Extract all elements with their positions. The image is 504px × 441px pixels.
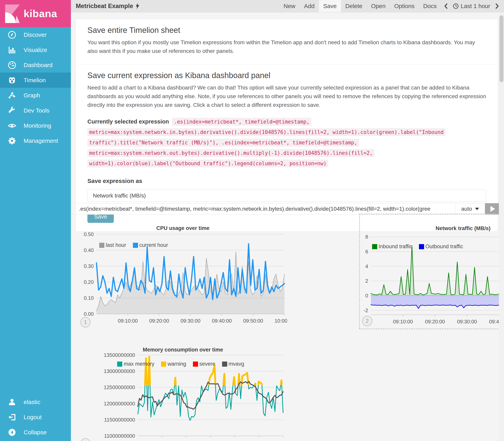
svg-text:09:30:00: 09:30:00 [181, 318, 201, 324]
run-expression-button[interactable] [485, 203, 501, 215]
sidebar-item-label: Visualize [24, 47, 47, 53]
sidebar-item-label: Dev Tools [24, 107, 50, 114]
svg-text:13500000000: 13500000000 [104, 352, 135, 358]
graph-icon [7, 91, 17, 100]
sidebar-item-visualize[interactable]: Visualize [0, 42, 71, 57]
svg-text:09:30:00: 09:30:00 [457, 319, 477, 325]
wrench-icon [7, 106, 17, 115]
legend-label: Outbound traffic [425, 244, 463, 250]
selected-chart-outline: Network traffic (MB/s) -20246809:10:0009… [359, 214, 504, 329]
legend-label: last hour [106, 242, 126, 248]
scrollbar-thumb[interactable] [500, 15, 504, 82]
topbar-menu: New Add Save Delete Open Options Docs La… [279, 0, 504, 12]
sidebar-nav: Discover Visualize Dashboard Timelion [0, 27, 71, 148]
menu-open-button[interactable]: Open [367, 0, 390, 12]
kibana-logo-icon [3, 3, 21, 24]
sidebar-item-monitoring[interactable]: Monitoring [0, 118, 71, 133]
sidebar-item-timelion[interactable]: Timelion [0, 73, 71, 88]
network-traffic-chart[interactable]: Network traffic (MB/s) -20246809:10:0009… [360, 214, 504, 329]
svg-text:09:30:00: 09:30:00 [201, 440, 220, 441]
timelion-owl-icon [7, 76, 17, 85]
sidebar-item-label: Graph [24, 92, 40, 99]
legend-item: severe [193, 361, 215, 367]
logout-icon [7, 413, 17, 422]
legend-label: current hour [139, 242, 168, 248]
time-picker-button[interactable]: Last 1 hour [451, 0, 492, 12]
sidebar-item-label: elastic [24, 399, 40, 405]
save-as-label: Save expression as [87, 178, 486, 184]
chart-number-badge: 2 [362, 316, 372, 326]
gear-icon [7, 136, 17, 145]
svg-text:12500000000: 12500000000 [104, 384, 135, 390]
save-panel: Save entire Timelion sheet You want this… [75, 19, 498, 232]
save-expression-heading: Save current expression as Kibana dashbo… [87, 71, 486, 80]
menu-add-button[interactable]: Add [300, 0, 319, 12]
save-expression-description: Need to add a chart to a Kibana dashboar… [87, 83, 486, 109]
legend-swatch [372, 244, 377, 249]
legend-label: mvavg [229, 361, 244, 367]
legend-label: warning [168, 361, 186, 367]
menu-docs-button[interactable]: Docs [419, 0, 441, 12]
svg-text:6: 6 [365, 249, 368, 254]
collapse-icon [7, 428, 17, 437]
svg-text:09:20:00: 09:20:00 [176, 440, 196, 441]
chevron-down-icon [475, 208, 479, 210]
svg-text:12000000000: 12000000000 [104, 401, 135, 407]
legend-label: max memory [124, 361, 154, 367]
svg-text:09:10:00: 09:10:00 [393, 319, 413, 325]
sidebar-item-management[interactable]: Management [0, 133, 71, 148]
save-sheet-description: You want this option if you mostly use T… [87, 38, 486, 55]
sidebar-item-label: Management [24, 138, 58, 144]
svg-text:0.30: 0.30 [84, 263, 94, 269]
save-as-input[interactable] [87, 189, 486, 202]
chart-legend: last hourcurrent hour [99, 242, 168, 248]
sidebar-item-graph[interactable]: Graph [0, 88, 71, 103]
legend-swatch [419, 244, 424, 249]
play-icon [490, 206, 495, 212]
expression-input[interactable]: .es(index=metricbeat*, timefield=@timest… [76, 203, 455, 214]
sidebar-item-label: Dashboard [24, 62, 52, 68]
sidebar-item-dev-tools[interactable]: Dev Tools [0, 103, 71, 118]
sidebar-item-logout[interactable]: Logout [0, 410, 71, 425]
sidebar-item-discover[interactable]: Discover [0, 27, 71, 42]
svg-text:0.20: 0.20 [84, 279, 94, 285]
legend-swatch [161, 362, 166, 367]
menu-delete-button[interactable]: Delete [341, 0, 367, 12]
svg-text:09:10:00: 09:10:00 [152, 440, 172, 441]
kibana-logo[interactable]: kibana [0, 0, 71, 27]
time-back-button[interactable] [441, 0, 451, 12]
time-forward-button[interactable] [492, 0, 502, 12]
svg-text:09:40:00: 09:40:00 [212, 318, 232, 324]
save-sheet-section: Save entire Timelion sheet You want this… [76, 19, 498, 64]
svg-text:11000000000: 11000000000 [104, 433, 135, 439]
sidebar-item-label: Logout [24, 414, 42, 421]
charts-area: CPU usage over time 0.000.100.200.300.40… [75, 214, 504, 441]
sidebar-item-dashboard[interactable]: Dashboard [0, 57, 71, 73]
sidebar-item-user-elastic[interactable]: elastic [0, 394, 71, 410]
legend-item: last hour [99, 242, 126, 248]
menu-options-button[interactable]: Options [390, 0, 419, 12]
menu-new-button[interactable]: New [279, 0, 300, 12]
memory-consumption-chart[interactable]: Memory consumption over time 11000000000… [79, 347, 287, 441]
legend-item: warning [161, 361, 186, 367]
selected-expression-code: .es(index=metricbeat*, timefield=@timest… [87, 118, 445, 167]
sidebar-item-collapse[interactable]: Collapse [0, 425, 71, 440]
interval-select[interactable]: auto [455, 203, 485, 214]
legend-swatch [99, 243, 104, 248]
eye-icon [7, 121, 17, 130]
sidebar-bottom: elastic Logout Collapse [0, 394, 71, 440]
legend-swatch [133, 243, 138, 248]
user-icon [7, 397, 17, 407]
svg-text:-2: -2 [364, 307, 368, 313]
kibana-app: kibana Discover Visualize Dashboard [0, 0, 504, 441]
chart-legend: Inbound trafficOutbound traffic [372, 244, 463, 250]
bar-chart-icon [7, 46, 17, 54]
menu-save-button[interactable]: Save [319, 0, 341, 12]
network-traffic-plot: -20246809:10:0009:20:0009:30:0009:40:000… [360, 214, 504, 329]
chart-number-badge: 1 [80, 317, 91, 328]
svg-text:10:00:00: 10:00:00 [274, 318, 287, 324]
cpu-usage-chart[interactable]: CPU usage over time 0.000.100.200.300.40… [79, 224, 287, 327]
svg-text:0: 0 [365, 293, 368, 299]
legend-label: Inbound traffic [379, 244, 412, 250]
svg-text:0.10: 0.10 [84, 295, 94, 301]
